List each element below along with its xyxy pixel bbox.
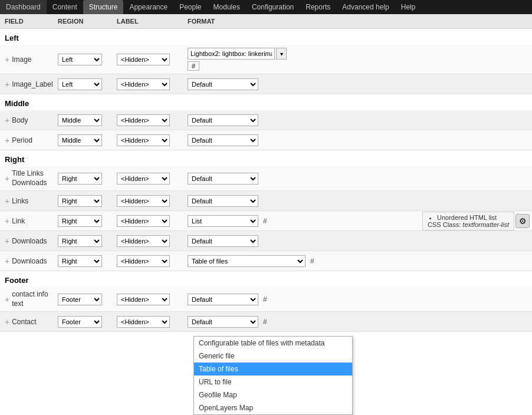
label-select-contact[interactable]: <Hidden> — [117, 316, 170, 328]
field-name-body: + Body — [5, 116, 58, 125]
format-select-period[interactable]: Default — [188, 134, 258, 146]
region-select-links[interactable]: Right — [58, 195, 102, 207]
format-select-downloads2[interactable]: Table of files — [188, 255, 306, 267]
info-line1: Unordered HTML list — [437, 214, 509, 221]
label-select-image-label[interactable]: <Hidden> — [117, 78, 170, 90]
row-contact-info-text: + contact info text Footer <Hidden> Defa… — [0, 287, 532, 312]
hash-downloads2: # — [310, 257, 314, 265]
label-select-link[interactable]: <Hidden> — [117, 215, 170, 227]
lightbox-input[interactable] — [188, 48, 275, 60]
format-select-body[interactable]: Default — [188, 114, 258, 126]
nav-help[interactable]: Help — [395, 0, 422, 14]
drag-handle-period[interactable]: + — [5, 136, 9, 145]
region-cell-downloads2: Right — [58, 255, 117, 267]
label-select-body[interactable]: <Hidden> — [117, 114, 170, 126]
drag-handle-tld[interactable]: + — [5, 174, 9, 183]
nav-structure[interactable]: Structure — [83, 0, 124, 14]
section-right: Right — [0, 150, 532, 166]
region-select-downloads1[interactable]: Right — [58, 235, 102, 247]
region-select-contact[interactable]: Footer — [58, 316, 102, 328]
field-label-body: Body — [12, 116, 28, 124]
region-select-downloads2[interactable]: Right — [58, 255, 102, 267]
format-select-contact[interactable]: Default — [188, 316, 258, 328]
row-downloads1: + Downloads Right <Hidden> Default — [0, 231, 532, 251]
region-cell-cit: Footer — [58, 294, 117, 305]
cit-line1: contact info — [12, 290, 48, 299]
lightbox-top: ▾ — [188, 48, 287, 60]
field-label-contact: Contact — [12, 318, 36, 326]
drag-handle-image[interactable]: + — [5, 55, 9, 64]
region-cell-image: Left — [58, 54, 117, 65]
field-name-period: + Period — [5, 136, 58, 145]
field-name-contact: + Contact — [5, 317, 58, 327]
format-cell-links: Default — [188, 195, 527, 207]
label-select-image[interactable]: <Hidden> — [117, 54, 170, 65]
nav-reports[interactable]: Reports — [300, 0, 336, 14]
label-cell-downloads2: <Hidden> — [117, 255, 188, 267]
drag-handle-body[interactable]: + — [5, 116, 9, 125]
region-select-link[interactable]: Right — [58, 215, 102, 227]
drag-handle-links[interactable]: + — [5, 196, 9, 206]
label-select-cit[interactable]: <Hidden> — [117, 294, 170, 305]
field-name-image: + Image — [5, 55, 58, 64]
section-left: Left — [0, 29, 532, 45]
nav-people[interactable]: People — [173, 0, 207, 14]
region-cell-links: Right — [58, 195, 117, 207]
drag-handle-downloads2[interactable]: + — [5, 256, 9, 266]
hash-cit: # — [263, 295, 267, 304]
label-select-period[interactable]: <Hidden> — [117, 134, 170, 146]
field-name-contact-info-text: + contact info text — [5, 290, 58, 308]
label-select-links[interactable]: <Hidden> — [117, 195, 170, 207]
nav-configuration[interactable]: Configuration — [246, 0, 300, 14]
field-name-downloads2: + Downloads — [5, 256, 58, 266]
nav-content[interactable]: Content — [47, 0, 83, 14]
label-cell-link: <Hidden> — [117, 215, 188, 227]
region-select-image[interactable]: Left — [58, 54, 102, 65]
region-select-cit[interactable]: Footer — [58, 294, 102, 305]
region-select-body[interactable]: Middle — [58, 114, 102, 126]
section-middle: Middle — [0, 94, 532, 110]
nav-advanced-help[interactable]: Advanced help — [336, 0, 395, 14]
label-select-downloads2[interactable]: <Hidden> — [117, 255, 170, 267]
label-cell-tld: <Hidden> — [117, 173, 188, 185]
drag-handle-contact-info-text[interactable]: + — [5, 295, 9, 304]
format-cell-contact: Default # — [188, 316, 527, 328]
label-cell-image-label: <Hidden> — [117, 78, 188, 90]
format-select-tld[interactable]: Default — [188, 173, 258, 185]
region-select-tld[interactable]: Right — [58, 173, 102, 185]
format-select-image-label[interactable]: Default — [188, 78, 258, 90]
info-line2: CSS Class: textformatter-list — [428, 221, 509, 228]
drag-handle-link[interactable]: + — [5, 216, 9, 226]
label-cell-downloads1: <Hidden> — [117, 235, 188, 247]
gear-button-link[interactable]: ⚙ — [515, 214, 530, 228]
region-cell-body: Middle — [58, 114, 117, 126]
region-select-period[interactable]: Middle — [58, 134, 102, 146]
region-select-image-label[interactable]: Left — [58, 78, 102, 90]
label-select-downloads1[interactable]: <Hidden> — [117, 235, 170, 247]
region-cell-contact: Footer — [58, 316, 117, 328]
region-cell-link: Right — [58, 215, 117, 227]
field-label-contact-info-text: contact info text — [12, 290, 48, 308]
field-label-image-label: Image_Label — [12, 80, 52, 88]
nav-modules[interactable]: Modules — [208, 0, 246, 14]
format-select-cit[interactable]: Default — [188, 294, 258, 305]
region-cell-period: Middle — [58, 134, 117, 146]
format-select-downloads1[interactable]: Default — [188, 235, 258, 247]
row-downloads2: + Downloads Right <Hidden> Table of file… — [0, 251, 532, 271]
link-info-box: Unordered HTML list CSS Class: textforma… — [422, 212, 514, 230]
col-format: FORMAT — [188, 18, 527, 25]
label-select-tld[interactable]: <Hidden> — [117, 173, 170, 185]
lightbox-dropdown-btn[interactable]: ▾ — [276, 48, 287, 60]
nav-dashboard[interactable]: Dashboard — [0, 0, 47, 14]
format-cell-downloads1: Default — [188, 235, 527, 247]
format-select-links[interactable]: Default — [188, 195, 258, 207]
nav-appearance[interactable]: Appearance — [123, 0, 173, 14]
drag-handle-image-label[interactable]: + — [5, 80, 9, 89]
row-contact: + Contact Footer <Hidden> Default # — [0, 312, 532, 332]
col-label: LABEL — [117, 18, 188, 25]
field-label-period: Period — [12, 136, 32, 144]
drag-handle-downloads1[interactable]: + — [5, 236, 9, 246]
format-cell-downloads2: Table of files # — [188, 255, 527, 267]
format-select-link[interactable]: List — [188, 215, 258, 227]
drag-handle-contact[interactable]: + — [5, 317, 9, 327]
